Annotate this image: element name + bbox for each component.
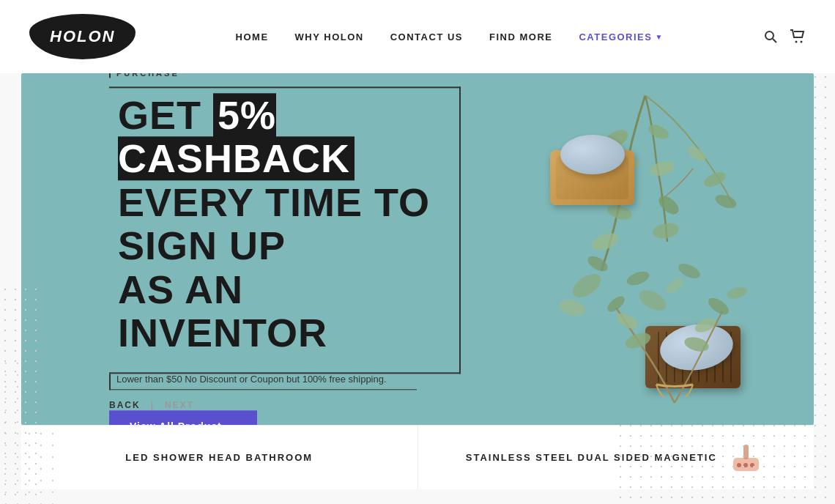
svg-point-3 (800, 41, 802, 43)
nav-home[interactable]: HOME (236, 32, 269, 42)
brand-logo[interactable]: HOLON (29, 14, 136, 59)
svg-point-7 (606, 203, 634, 222)
hero-content: $10 CASHBACK ON $100 PURCHASE GET 5% CAS… (109, 73, 461, 425)
product-strip: LED SHOWER HEAD BATHROOM STAINLESS STEEL… (21, 425, 814, 489)
svg-line-1 (773, 39, 776, 42)
header-icons (763, 29, 806, 44)
hero-title-box: GET 5% CASHBACK EVERY TIME TO SIGN UP AS… (109, 86, 461, 374)
product-image-2 (726, 437, 766, 478)
svg-point-0 (765, 32, 773, 40)
product-card-2-label: STAINLESS STEEL DUAL SIDED MAGNETIC (466, 452, 717, 463)
svg-point-26 (683, 335, 710, 354)
categories-dropdown[interactable]: CATEGORIES ▼ (579, 32, 663, 42)
hero-product-scene (440, 88, 792, 418)
svg-point-24 (614, 310, 640, 332)
cart-button[interactable] (790, 29, 806, 44)
nav-find-more[interactable]: FIND MORE (489, 32, 552, 42)
eucalyptus-bottom (572, 256, 777, 403)
svg-point-33 (750, 463, 754, 467)
svg-point-25 (605, 294, 627, 315)
nav-why-holon[interactable]: WHY HOLON (295, 32, 364, 42)
svg-point-28 (705, 294, 731, 317)
product-card-2[interactable]: STAINLESS STEEL DUAL SIDED MAGNETIC (418, 426, 814, 489)
nav-contact-us[interactable]: CONTACT US (390, 32, 463, 42)
search-button[interactable] (763, 29, 778, 44)
svg-point-12 (656, 193, 682, 218)
product-card-1-label: LED SHOWER HEAD BATHROOM (125, 452, 313, 463)
svg-rect-34 (743, 445, 749, 459)
main-nav: HOME WHY HOLON CONTACT US FIND MORE CATE… (236, 32, 664, 42)
hero-description: Lower than $50 No Discount or Coupon but… (109, 374, 417, 390)
svg-point-10 (646, 122, 671, 141)
hero-title-line2: EVERY TIME TO SIGN UP (118, 180, 430, 267)
product-card-1[interactable]: LED SHOWER HEAD BATHROOM (21, 426, 418, 489)
search-icon (763, 29, 778, 44)
svg-point-31 (737, 463, 741, 467)
header: HOLON HOME WHY HOLON CONTACT US FIND MOR… (0, 0, 835, 73)
svg-point-32 (743, 463, 748, 467)
svg-point-16 (713, 192, 738, 210)
svg-point-29 (726, 286, 749, 301)
hero-title: GET 5% CASHBACK EVERY TIME TO SIGN UP AS… (118, 94, 450, 355)
cart-icon (790, 29, 806, 44)
view-all-button[interactable]: View All Product → (109, 411, 257, 425)
logo-area: HOLON (29, 14, 136, 59)
svg-point-2 (795, 41, 797, 43)
svg-point-8 (590, 230, 621, 253)
hero-title-pre: GET (118, 93, 213, 137)
soap-top (560, 135, 625, 174)
svg-point-11 (648, 159, 676, 178)
svg-point-23 (623, 330, 653, 351)
svg-point-27 (693, 315, 718, 335)
svg-point-13 (652, 221, 680, 240)
hero-banner: $10 CASHBACK ON $100 PURCHASE GET 5% CAS… (21, 73, 814, 425)
categories-label: CATEGORIES (579, 32, 652, 42)
hero-subtitle: $10 CASHBACK ON $100 PURCHASE (109, 73, 314, 78)
hero-title-line3: AS AN INVENTOR (118, 267, 327, 355)
chevron-down-icon: ▼ (655, 33, 663, 41)
